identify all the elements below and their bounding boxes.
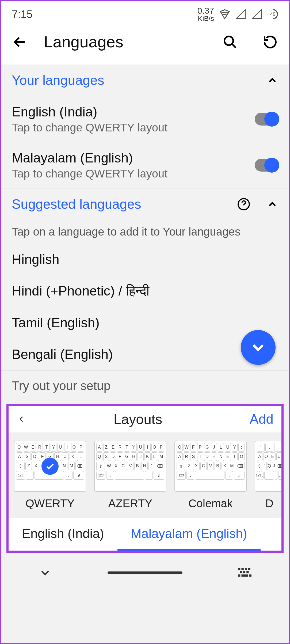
refresh-button[interactable] bbox=[262, 34, 278, 50]
layout-option[interactable]: ',.AOEU⇧'QJ⌫123,.↲D bbox=[255, 441, 281, 510]
language-tabs: English (India)Malayalam (English) bbox=[9, 518, 281, 551]
layout-name: D bbox=[265, 497, 273, 510]
signal-icon-1 bbox=[235, 9, 246, 20]
svg-rect-7 bbox=[240, 571, 242, 573]
language-tab[interactable]: English (India) bbox=[9, 518, 117, 551]
svg-rect-4 bbox=[242, 568, 244, 570]
status-time: 7:15 bbox=[12, 8, 33, 20]
expand-fab[interactable] bbox=[241, 330, 276, 365]
suggested-language[interactable]: Hindi (+Phonetic) / हिन्दी bbox=[1, 275, 289, 307]
layout-option[interactable]: QWERTYUIOPASDFGHJKL⇧ZXCVBNM⌫123,.↲QWERTY bbox=[14, 441, 86, 510]
selected-check-icon bbox=[41, 458, 59, 475]
language-name: English (India) bbox=[12, 104, 255, 120]
svg-rect-9 bbox=[246, 571, 249, 573]
svg-rect-3 bbox=[238, 568, 240, 570]
nav-home-pill[interactable] bbox=[108, 571, 182, 574]
language-tab[interactable]: Malayalam (English) bbox=[117, 518, 261, 551]
chevron-up-icon bbox=[266, 74, 278, 86]
layout-name: QWERTY bbox=[25, 497, 75, 510]
suggested-language[interactable]: Tamil (English) bbox=[1, 307, 289, 339]
search-button[interactable] bbox=[222, 34, 238, 50]
nav-down-icon[interactable] bbox=[39, 566, 52, 579]
suggested-hint: Tap on a language to add it to Your lang… bbox=[1, 220, 289, 244]
suggested-title: Suggested languages bbox=[12, 196, 232, 212]
language-toggle[interactable] bbox=[255, 113, 278, 126]
signal-icon-2 bbox=[251, 9, 262, 20]
layout-option[interactable]: QWFPGJLUY:ARSTDHNEIO⇧ZXCVBKM⌫123,.↲Colem… bbox=[174, 441, 247, 510]
svg-rect-8 bbox=[243, 571, 245, 573]
your-languages-title: Your languages bbox=[12, 73, 261, 88]
language-name: Malayalam (English) bbox=[12, 150, 255, 166]
keyboard-switch-icon[interactable] bbox=[238, 567, 251, 578]
svg-rect-5 bbox=[245, 568, 247, 570]
language-sub: Tap to change QWERTY layout bbox=[12, 167, 255, 180]
svg-rect-10 bbox=[238, 574, 240, 577]
language-item[interactable]: Malayalam (English) Tap to change QWERTY… bbox=[1, 142, 289, 188]
layout-name: Colemak bbox=[188, 497, 233, 510]
layouts-add-button[interactable]: Add bbox=[250, 411, 273, 427]
help-icon[interactable] bbox=[237, 198, 250, 211]
language-toggle[interactable] bbox=[255, 159, 278, 172]
svg-rect-6 bbox=[248, 568, 250, 570]
chevron-up-icon bbox=[266, 198, 278, 210]
layout-option[interactable]: AZERTYUIOPQSDFGHJKLM⇧WXCVBN'⌫123,.↲AZERT… bbox=[94, 441, 166, 510]
layouts-list[interactable]: QWERTYUIOPASDFGHJKL⇧ZXCVBNM⌫123,.↲QWERTY… bbox=[9, 433, 281, 518]
vpn-icon bbox=[219, 9, 230, 20]
system-nav-bar bbox=[1, 558, 289, 588]
app-bar: Languages bbox=[1, 25, 289, 65]
language-sub: Tap to change QWERTY layout bbox=[12, 121, 255, 134]
layouts-title: Layouts bbox=[26, 411, 250, 427]
page-title: Languages bbox=[44, 33, 206, 51]
svg-rect-11 bbox=[242, 574, 248, 577]
tryout-label: Try out your setup bbox=[1, 370, 289, 401]
layouts-panel: Layouts Add QWERTYUIOPASDFGHJKL⇧ZXCVBNM⌫… bbox=[6, 404, 284, 553]
data-rate: 0.37 KiB/s bbox=[197, 6, 214, 22]
battery-icon: 49 bbox=[268, 9, 278, 20]
suggested-header[interactable]: Suggested languages bbox=[1, 188, 289, 220]
svg-point-1 bbox=[224, 36, 233, 45]
suggested-language[interactable]: Hinglish bbox=[1, 244, 289, 275]
layouts-back-icon[interactable] bbox=[17, 414, 26, 424]
layout-name: AZERTY bbox=[108, 497, 152, 510]
status-bar: 7:15 0.37 KiB/s 49 bbox=[1, 1, 289, 25]
your-languages-header[interactable]: Your languages bbox=[1, 65, 289, 96]
svg-rect-12 bbox=[249, 574, 251, 577]
back-button[interactable] bbox=[12, 34, 28, 50]
language-item[interactable]: English (India) Tap to change QWERTY lay… bbox=[1, 96, 289, 142]
status-icons: 0.37 KiB/s 49 bbox=[197, 6, 278, 22]
